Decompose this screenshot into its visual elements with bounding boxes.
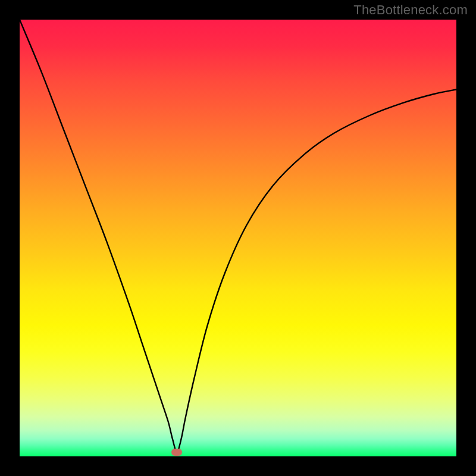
bottleneck-curve <box>20 20 456 452</box>
curve-svg <box>20 20 456 456</box>
chart-frame: TheBottleneck.com <box>0 0 476 476</box>
optimum-marker <box>171 449 182 456</box>
plot-area <box>20 20 456 456</box>
watermark-text: TheBottleneck.com <box>353 2 468 18</box>
